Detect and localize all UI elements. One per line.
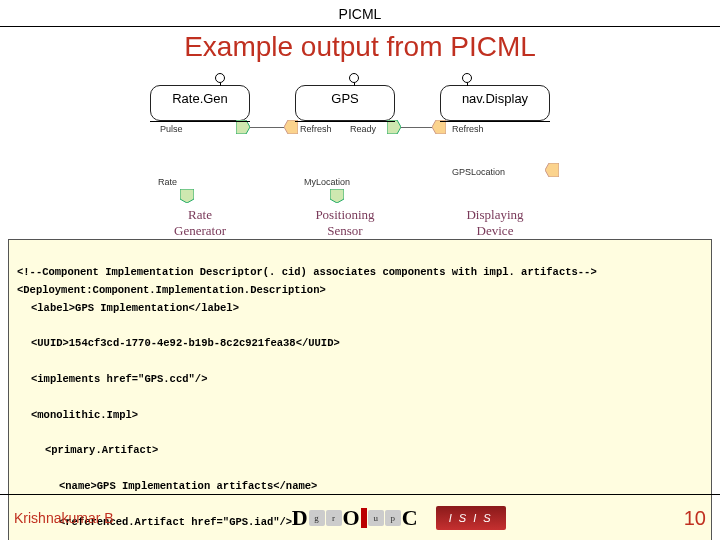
component-rategen: Rate.Gen: [150, 85, 250, 121]
port-icon: [180, 189, 194, 203]
port-label: MyLocation: [304, 177, 350, 187]
logo-letter: O: [343, 505, 360, 531]
svg-marker-1: [180, 189, 194, 203]
svg-marker-5: [432, 120, 446, 134]
port-label: Pulse: [160, 124, 183, 134]
lollipop-stem: [354, 83, 355, 86]
footer-rule: [0, 494, 720, 495]
caption-navdisplay: Displaying Device: [445, 207, 545, 239]
component-navdisplay-name: nav.Display: [441, 86, 549, 109]
svg-marker-4: [330, 189, 344, 203]
port-icon: [330, 189, 344, 203]
header-title: PICML: [0, 6, 720, 22]
page-number: 10: [684, 507, 706, 530]
slide-title: Example output from PICML: [0, 31, 720, 63]
diagram: Rate.Gen Pulse Rate Rate Generator GPS R…: [0, 69, 720, 239]
port-label: Rate: [158, 177, 177, 187]
logo-cell: g: [309, 510, 325, 526]
lollipop-icon: [462, 73, 472, 83]
component-gps-name: GPS: [296, 86, 394, 109]
port-label: GPSLocation: [452, 167, 505, 177]
component-divider: [295, 121, 395, 122]
caption-text: Positioning Sensor: [315, 207, 374, 238]
port-icon: [545, 163, 559, 177]
code-line: <monolithic.Impl>: [17, 407, 703, 425]
header-rule: [0, 26, 720, 27]
code-line: <primary.Artifact>: [17, 442, 703, 460]
svg-marker-6: [545, 163, 559, 177]
connector: [250, 127, 284, 128]
logo-letter: C: [402, 505, 418, 531]
footer: Krishnakumar B D g r O u p C I S I S 10: [0, 494, 720, 534]
caption-gps: Positioning Sensor: [295, 207, 395, 239]
component-divider: [150, 121, 250, 122]
svg-marker-3: [387, 120, 401, 134]
logo-letter: D: [292, 505, 308, 531]
port-label: Refresh: [300, 124, 332, 134]
author-name: Krishnakumar B: [14, 510, 114, 526]
connector: [401, 127, 432, 128]
port-icon: [284, 120, 298, 134]
port-icon: [236, 120, 250, 134]
code-line: <!--Component Implementation Descriptor(…: [17, 266, 597, 278]
code-line: <label>GPS Implementation</label>: [17, 300, 703, 318]
lollipop-stem: [467, 83, 468, 86]
logo-cell: u: [368, 510, 384, 526]
lollipop-stem: [220, 83, 221, 86]
code-line: <Deployment:Component.Implementation.Des…: [17, 284, 326, 296]
port-label: Ready: [350, 124, 376, 134]
header: PICML: [0, 0, 720, 27]
svg-marker-0: [236, 120, 250, 134]
logo-cell: r: [326, 510, 342, 526]
component-divider: [440, 121, 550, 122]
component-gps: GPS: [295, 85, 395, 121]
logo-cell: p: [385, 510, 401, 526]
caption-rategen: Rate Generator: [150, 207, 250, 239]
lollipop-icon: [349, 73, 359, 83]
logo-doc: D g r O u p C: [292, 505, 418, 531]
code-line: <implements href="GPS.ccd"/>: [17, 371, 703, 389]
footer-logos: D g r O u p C I S I S: [292, 505, 506, 531]
component-navdisplay: nav.Display: [440, 85, 550, 121]
port-icon: [432, 120, 446, 134]
component-rategen-name: Rate.Gen: [151, 86, 249, 109]
logo-isis: I S I S: [436, 506, 506, 530]
port-label: Refresh: [452, 124, 484, 134]
lollipop-icon: [215, 73, 225, 83]
code-line: <UUID>154cf3cd-1770-4e92-b19b-8c2c921fea…: [17, 335, 703, 353]
svg-marker-2: [284, 120, 298, 134]
caption-text: Rate Generator: [174, 207, 226, 238]
port-icon: [387, 120, 401, 134]
caption-text: Displaying Device: [466, 207, 523, 238]
logo-separator: [361, 508, 367, 528]
